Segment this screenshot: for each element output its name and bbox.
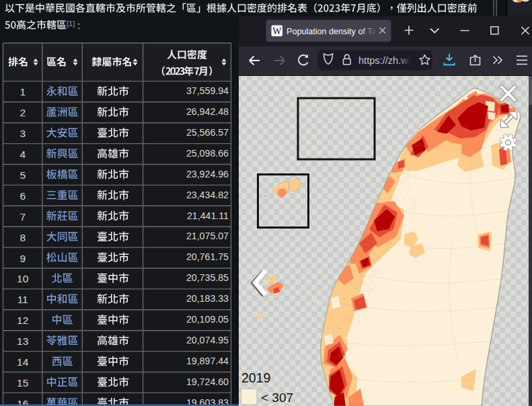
svg-text:Population density of Ta: Population density of Ta — [287, 27, 377, 36]
svg-text:W: W — [272, 26, 282, 36]
svg-text:https://zh.wi: https://zh.wi — [358, 55, 410, 66]
